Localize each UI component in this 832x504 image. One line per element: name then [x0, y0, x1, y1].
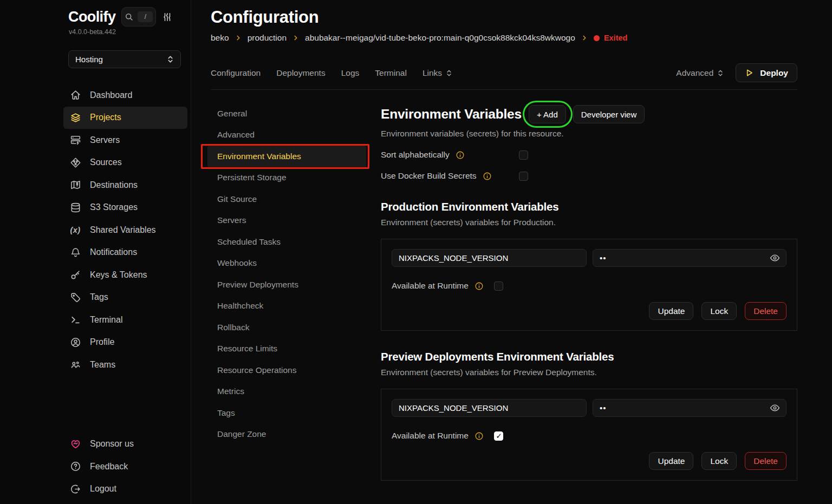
- tabs: Configuration Deployments Logs Terminal …: [211, 68, 452, 78]
- sidebar-item-sources[interactable]: Sources: [63, 152, 187, 174]
- available-at-runtime-checkbox[interactable]: [494, 431, 503, 441]
- settings-nav-general[interactable]: General: [211, 103, 366, 125]
- git-source-icon: [69, 157, 81, 168]
- sidebar-item-tags[interactable]: Tags: [63, 286, 187, 309]
- sidebar-item-s3-storages[interactable]: S3 Storages: [63, 197, 187, 219]
- tab-deployments[interactable]: Deployments: [276, 68, 325, 78]
- reveal-value-button[interactable]: [769, 402, 781, 414]
- sidebar-item-terminal[interactable]: Terminal: [63, 309, 187, 331]
- sidebar-item-logout[interactable]: Logout: [63, 478, 187, 501]
- app-logo: Coolify: [68, 9, 115, 25]
- sidebar-item-label: Dashboard: [90, 90, 132, 100]
- settings-nav-git-source[interactable]: Git Source: [211, 188, 366, 210]
- server-icon: [69, 134, 81, 146]
- breadcrumb-environment[interactable]: production: [248, 33, 287, 43]
- search-button[interactable]: /: [121, 7, 156, 27]
- sidebar-item-dashboard[interactable]: Dashboard: [63, 84, 187, 107]
- docker-build-secrets-row: Use Docker Build Secrets: [381, 171, 797, 181]
- sidebar-item-profile[interactable]: Profile: [63, 331, 187, 354]
- sidebar-item-sponsor-us[interactable]: Sponsor us: [63, 433, 187, 456]
- preview-section-heading: Preview Deployments Environment Variable…: [381, 350, 797, 363]
- developer-view-button[interactable]: Developer view: [573, 105, 645, 123]
- lock-button[interactable]: Lock: [701, 452, 737, 470]
- team-selector-value: Hosting: [75, 55, 103, 64]
- sort-alphabetically-checkbox[interactable]: [519, 150, 528, 160]
- settings-nav-persistent-storage[interactable]: Persistent Storage: [211, 167, 366, 189]
- delete-button[interactable]: Delete: [745, 452, 786, 470]
- settings-nav-metrics[interactable]: Metrics: [211, 381, 366, 403]
- settings-nav-scheduled-tasks[interactable]: Scheduled Tasks: [211, 231, 366, 253]
- tab-logs[interactable]: Logs: [341, 68, 360, 78]
- variable-icon: [69, 226, 81, 234]
- advanced-dropdown[interactable]: Advanced: [676, 68, 724, 78]
- env-variables-subtitle: Environment variables (secrets) for this…: [381, 129, 797, 139]
- available-at-runtime-checkbox[interactable]: [494, 282, 503, 291]
- sidebar-item-label: Notifications: [90, 247, 137, 257]
- settings-nav-servers[interactable]: Servers: [211, 210, 366, 232]
- variable-name-input[interactable]: [392, 249, 587, 267]
- sidebar-item-label: Tags: [90, 292, 108, 302]
- team-selector[interactable]: Hosting: [68, 50, 181, 68]
- breadcrumb-resource[interactable]: abubakar--meigag/vid-tube-beko-pro:main-…: [305, 33, 575, 43]
- sidebar-item-shared-variables[interactable]: Shared Variables: [63, 219, 187, 241]
- sidebar-item-label: Sources: [90, 158, 122, 167]
- sidebar-item-projects[interactable]: Projects: [63, 107, 187, 129]
- docker-build-secrets-checkbox[interactable]: [519, 172, 528, 181]
- add-variable-button[interactable]: + Add: [529, 105, 566, 123]
- main-content: Configuration beko production abubakar--…: [192, 0, 832, 504]
- settings-nav-tags[interactable]: Tags: [211, 402, 366, 424]
- tab-terminal[interactable]: Terminal: [375, 68, 407, 78]
- settings-nav-rollback[interactable]: Rollback: [211, 317, 366, 338]
- sidebar-item-label: Destinations: [90, 180, 138, 190]
- reveal-value-button[interactable]: [769, 252, 781, 264]
- search-shortcut-key: /: [138, 11, 153, 22]
- bell-icon: [69, 247, 81, 258]
- variable-value-input[interactable]: [593, 249, 786, 267]
- preview-variable-card: Available at Runtime Update Lock Delete: [381, 389, 797, 481]
- search-icon: [125, 12, 134, 22]
- deploy-button-label: Deploy: [760, 68, 788, 78]
- sidebar-item-label: Servers: [90, 135, 120, 145]
- settings-nav-webhooks[interactable]: Webhooks: [211, 253, 366, 274]
- update-button[interactable]: Update: [649, 452, 693, 470]
- sidebar-item-label: Sponsor us: [90, 439, 134, 449]
- tabs-row: Configuration Deployments Logs Terminal …: [211, 63, 797, 82]
- variable-value-input[interactable]: [593, 399, 786, 417]
- page-title: Configuration: [211, 8, 797, 27]
- sidebar-item-teams[interactable]: Teams: [63, 354, 187, 376]
- update-button[interactable]: Update: [649, 302, 693, 320]
- sidebar-item-keys-tokens[interactable]: Keys & Tokens: [63, 264, 187, 286]
- settings-nav-advanced[interactable]: Advanced: [211, 125, 366, 146]
- production-section-subtitle: Environment (secrets) variables for Prod…: [381, 218, 797, 227]
- info-icon: [456, 150, 465, 160]
- deploy-button[interactable]: Deploy: [736, 63, 797, 82]
- sidebar-item-servers[interactable]: Servers: [63, 129, 187, 152]
- sidebar-item-label: Profile: [90, 337, 114, 347]
- database-icon: [69, 202, 81, 213]
- key-icon: [69, 269, 81, 280]
- sidebar-item-label: Projects: [90, 113, 121, 122]
- settings-nav-label: Environment Variables: [217, 152, 301, 161]
- settings-nav-preview-deployments[interactable]: Preview Deployments: [211, 274, 366, 296]
- sidebar-item-notifications[interactable]: Notifications: [63, 241, 187, 264]
- sidebar-item-feedback[interactable]: Feedback: [63, 455, 187, 478]
- available-at-runtime-row: Available at Runtime: [392, 431, 786, 441]
- tab-links-label: Links: [422, 68, 442, 78]
- sidebar-item-destinations[interactable]: Destinations: [63, 174, 187, 197]
- tab-links[interactable]: Links: [422, 68, 452, 78]
- breadcrumb-project[interactable]: beko: [211, 33, 229, 43]
- settings-nav-environment-variables[interactable]: Environment Variables: [207, 146, 366, 167]
- settings-nav-danger-zone[interactable]: Danger Zone: [211, 424, 366, 446]
- delete-button[interactable]: Delete: [745, 302, 786, 320]
- preview-section-subtitle: Environment (secrets) variables for Prev…: [381, 368, 797, 377]
- settings-nav-healthcheck[interactable]: Healthcheck: [211, 296, 366, 317]
- settings-nav-resource-limits[interactable]: Resource Limits: [211, 338, 366, 360]
- variable-name-input[interactable]: [392, 399, 587, 417]
- info-icon: [474, 282, 484, 291]
- settings-nav-resource-operations[interactable]: Resource Operations: [211, 359, 366, 381]
- lock-button[interactable]: Lock: [701, 302, 737, 320]
- sidebar-item-label: Keys & Tokens: [90, 270, 147, 280]
- settings-sliders-icon[interactable]: [162, 12, 172, 22]
- tab-configuration[interactable]: Configuration: [211, 68, 261, 78]
- chevron-updown-icon: [446, 69, 452, 77]
